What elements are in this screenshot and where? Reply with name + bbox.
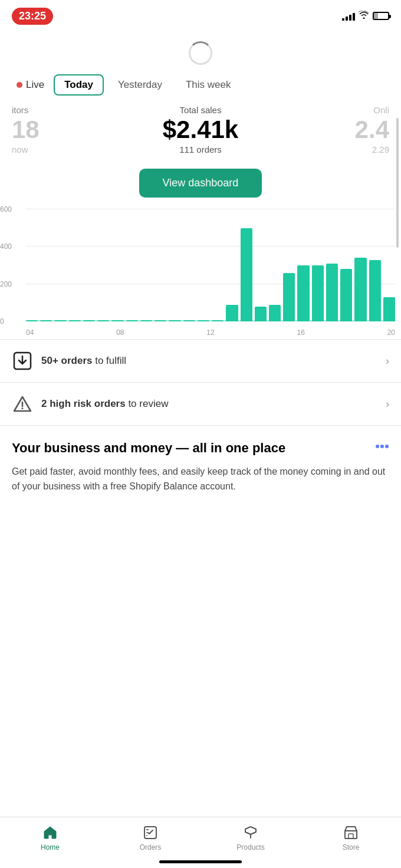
x-label-04: 04 <box>26 328 34 337</box>
card-menu[interactable] <box>375 440 389 451</box>
chevron-right-icon-2: › <box>386 398 389 410</box>
y-label-600: 600 <box>0 205 12 213</box>
y-label-400: 400 <box>0 242 12 251</box>
dot-menu-icon[interactable] <box>375 440 389 451</box>
chart-bar <box>312 265 324 321</box>
loading-spinner-area <box>0 29 401 74</box>
chart-bar <box>297 265 309 321</box>
total-sales-label: Total sales <box>65 105 336 115</box>
wifi-icon <box>359 11 369 21</box>
y-label-0: 0 <box>0 317 4 326</box>
download-box-icon <box>12 350 33 371</box>
tab-yesterday[interactable]: Yesterday <box>109 75 172 94</box>
x-labels: 04 08 12 16 20 <box>26 328 395 337</box>
high-risk-suffix: to review <box>126 398 169 409</box>
nav-products[interactable]: Products <box>227 824 274 851</box>
nav-home-label: Home <box>41 843 60 851</box>
total-sales-orders: 111 orders <box>65 144 336 154</box>
orders-fulfill-item[interactable]: 50+ orders to fulfill › <box>0 340 401 383</box>
scroll-indicator <box>396 118 399 248</box>
chart-bar <box>354 258 366 321</box>
chart-bar <box>383 297 395 321</box>
chart-bars-container <box>26 209 395 321</box>
warning-triangle-icon <box>12 393 33 415</box>
online-stat: Onli 2.4 2.29 <box>336 105 389 154</box>
high-risk-count: 2 high risk orders <box>41 398 126 409</box>
stats-section: itors 18 now Total sales $2.41k 111 orde… <box>0 105 401 164</box>
svg-rect-3 <box>345 831 357 839</box>
chevron-right-icon: › <box>386 355 389 367</box>
visitors-value: 18 <box>12 117 65 142</box>
high-risk-text: 2 high risk orders to review <box>41 398 386 410</box>
view-dashboard-button[interactable]: View dashboard <box>139 169 262 198</box>
battery-icon <box>373 12 389 20</box>
nav-products-label: Products <box>236 843 264 851</box>
orders-suffix: to fulfill <box>92 355 126 366</box>
x-label-12: 12 <box>206 328 214 337</box>
tab-this-week[interactable]: This week <box>176 75 241 94</box>
visitors-label: itors <box>12 105 65 115</box>
signal-icon <box>342 11 355 21</box>
nav-orders[interactable]: Orders <box>127 824 174 851</box>
products-icon <box>242 824 259 841</box>
online-sub: 2.29 <box>336 144 389 154</box>
orders-fulfill-text: 50+ orders to fulfill <box>41 355 386 367</box>
x-label-08: 08 <box>116 328 124 337</box>
online-label: Onli <box>336 105 389 115</box>
tab-live[interactable]: Live <box>12 77 49 93</box>
svg-point-1 <box>22 407 24 409</box>
chart-bar <box>326 264 338 321</box>
business-card: Your business and money — all in one pla… <box>0 426 401 504</box>
nav-store-label: Store <box>343 843 360 851</box>
chart-bar <box>369 260 381 322</box>
business-card-title: Your business and money — all in one pla… <box>12 440 389 457</box>
nav-home[interactable]: Home <box>27 824 74 851</box>
visitors-stat: itors 18 now <box>12 105 65 154</box>
chart-bar <box>241 228 252 321</box>
tab-live-label: Live <box>26 79 44 91</box>
chart-bar <box>283 273 295 321</box>
total-sales-stat: Total sales $2.41k 111 orders <box>65 105 336 154</box>
business-card-description: Get paid faster, avoid monthly fees, and… <box>12 464 389 494</box>
status-icons <box>342 11 389 21</box>
chart-baseline <box>26 320 395 321</box>
x-label-16: 16 <box>297 328 304 337</box>
home-indicator <box>159 860 242 863</box>
online-value: 2.4 <box>336 117 389 142</box>
visitors-sub: now <box>12 144 65 154</box>
action-list: 50+ orders to fulfill › 2 high risk orde… <box>0 339 401 426</box>
orders-icon <box>142 824 159 841</box>
total-sales-value: $2.41k <box>65 117 336 142</box>
tab-today[interactable]: Today <box>54 74 104 96</box>
status-time: 23:25 <box>12 8 53 25</box>
svg-rect-4 <box>349 834 353 839</box>
chart-bar <box>269 305 281 322</box>
filter-tabs: Live Today Yesterday This week <box>0 74 401 105</box>
y-label-200: 200 <box>0 280 12 288</box>
chart-bar <box>226 305 238 322</box>
live-dot <box>17 82 22 88</box>
x-label-20: 20 <box>387 328 395 337</box>
sales-chart: 600 400 200 0 04 08 12 16 20 <box>0 209 401 339</box>
chart-bar <box>340 269 352 321</box>
loading-spinner <box>189 41 212 65</box>
orders-count: 50+ orders <box>41 355 92 366</box>
nav-store[interactable]: Store <box>327 824 374 851</box>
home-icon <box>42 824 58 841</box>
chart-bar <box>255 307 267 321</box>
status-bar: 23:25 <box>0 0 401 29</box>
store-icon <box>343 824 359 841</box>
nav-orders-label: Orders <box>140 843 162 851</box>
dashboard-button-wrap: View dashboard <box>0 169 401 198</box>
high-risk-orders-item[interactable]: 2 high risk orders to review › <box>0 383 401 426</box>
